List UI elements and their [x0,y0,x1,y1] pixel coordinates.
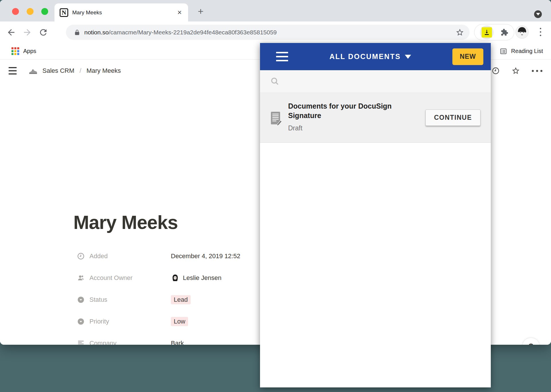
document-info: Documents for your DocuSign Signature Dr… [288,101,411,132]
docusign-header: ALL DOCUMENTS NEW [260,43,491,70]
address-bar[interactable]: notion.so/camacme/Mary-Meeks-2219a2de94f… [66,25,470,40]
property-row-added[interactable]: Added December 4, 2019 12:52 [77,245,240,267]
url-path: /camacme/Mary-Meeks-2219a2de94fe48eca80f… [109,29,277,36]
document-draft-icon [270,111,282,126]
breadcrumb-separator: / [79,67,81,74]
desktop: N Mary Meeks × + notion.so/camacme/Mary [0,0,551,392]
docusign-menu-icon[interactable] [276,52,288,61]
window-controls [12,8,48,15]
person-icon [77,274,85,282]
property-label: Company [89,340,171,345]
priority-tag: Low [171,317,188,326]
docusign-extension-button[interactable] [480,26,494,39]
status-tag: Lead [171,295,191,304]
bookmark-star-icon[interactable] [456,28,464,36]
zoom-window-button[interactable] [41,8,48,15]
documents-filter-label: ALL DOCUMENTS [329,52,401,61]
caret-down-icon [405,55,411,59]
property-row-priority[interactable]: Priority Low [77,311,240,332]
profile-avatar[interactable] [515,26,529,39]
text-lines-icon [77,339,85,345]
docusign-search-bar[interactable] [260,70,491,93]
breadcrumb: Sales CRM / Mary Meeks [42,67,121,75]
more-options-icon[interactable] [532,70,542,72]
page-title: Mary Meeks [73,211,178,233]
continue-button[interactable]: CONTINUE [425,109,480,126]
property-label: Added [89,252,171,260]
favorite-star-icon[interactable] [512,67,520,75]
property-row-account-owner[interactable]: Account Owner Leslie Jensen [77,267,240,289]
property-value-status[interactable]: Lead [171,295,191,304]
forward-button[interactable] [22,28,32,37]
notion-favicon-icon: N [60,8,68,17]
tab-close-icon[interactable]: × [176,8,183,17]
lock-icon [74,29,80,36]
property-row-company[interactable]: Company Bark [77,332,240,345]
browser-menu-button[interactable] [540,28,541,36]
browser-tab[interactable]: N Mary Meeks × [54,3,188,21]
minimize-window-button[interactable] [27,8,34,15]
property-value-priority[interactable]: Low [171,317,188,326]
browser-toolbar: notion.so/camacme/Mary-Meeks-2219a2de94f… [0,21,551,43]
property-label: Priority [89,318,171,325]
sneaker-icon [28,66,38,76]
property-label: Account Owner [89,274,171,282]
tab-search-button[interactable] [534,10,542,18]
help-button[interactable]: ? [522,338,540,345]
property-row-status[interactable]: Status Lead [77,289,240,311]
document-list-item[interactable]: Documents for your DocuSign Signature Dr… [260,93,491,143]
reading-list-label: Reading List [511,48,543,54]
back-button[interactable] [6,28,16,37]
docusign-empty-area [260,143,491,387]
tab-title: Mary Meeks [72,9,176,16]
notion-page-actions [492,67,542,75]
reading-list-icon [500,48,507,55]
tab-strip: N Mary Meeks × + [0,0,551,21]
docusign-popup: ALL DOCUMENTS NEW Documents for your Doc… [260,43,491,387]
close-window-button[interactable] [12,8,19,15]
search-icon [270,77,280,86]
breadcrumb-page[interactable]: Mary Meeks [87,67,121,74]
select-dropdown-icon [77,317,85,326]
property-value-account-owner[interactable]: Leslie Jensen [171,274,222,282]
account-owner-name: Leslie Jensen [183,274,222,282]
new-document-button[interactable]: NEW [452,48,483,65]
property-value-company[interactable]: Bark [171,340,184,345]
url-text: notion.so/camacme/Mary-Meeks-2219a2de94f… [84,29,277,36]
document-title: Documents for your DocuSign Signature [288,101,411,120]
extensions-puzzle-icon[interactable] [500,28,509,37]
chevron-down-icon [536,13,540,15]
leslie-avatar [171,274,179,282]
apps-grid-icon [11,47,19,55]
reading-list-button[interactable]: Reading List [500,48,543,55]
apps-shortcut[interactable]: Apps [23,48,36,54]
sidebar-toggle-icon[interactable] [9,67,17,75]
history-clock-icon[interactable] [492,67,500,75]
url-domain: notion.so [84,29,109,36]
extensions-area [474,24,514,40]
property-list: Added December 4, 2019 12:52 Account Own… [77,245,240,345]
select-dropdown-icon [77,296,85,304]
document-status: Draft [288,124,411,132]
new-tab-button[interactable]: + [198,6,204,16]
docusign-extension-icon [482,27,492,38]
property-label: Status [89,296,171,303]
clock-icon [77,252,85,260]
reload-button[interactable] [38,28,48,37]
property-value-added[interactable]: December 4, 2019 12:52 [171,252,240,260]
documents-filter-dropdown[interactable]: ALL DOCUMENTS [288,52,452,61]
breadcrumb-workspace[interactable]: Sales CRM [42,67,74,74]
